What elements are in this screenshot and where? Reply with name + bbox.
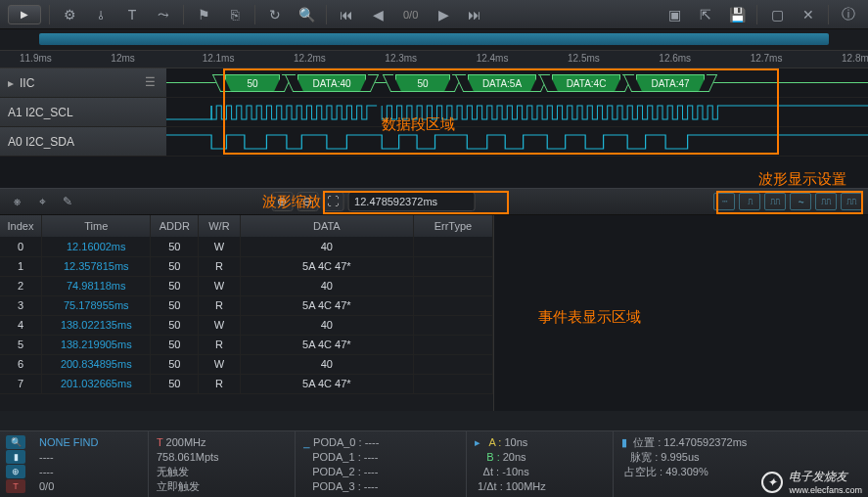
table-cell: 40	[240, 237, 413, 256]
decoded-packet[interactable]: 50	[225, 74, 280, 92]
table-cell: 4	[0, 315, 42, 335]
event-table: IndexTimeADDRW/RDATAErrType 012.16002ms5…	[0, 215, 493, 394]
ruler-tick: 12.8ms	[842, 53, 868, 64]
play-button[interactable]: ▶	[8, 5, 41, 24]
waveform-controls: ⎈ ⌖ ✎ ⊕ ⊖ ⛶ 12.478592372ms ┄ ⎍ ⎍⎍ ⏦ ⎍⎍ ⎍…	[0, 188, 868, 215]
channel-row-sda[interactable]: A0 I2C_SDA	[0, 127, 166, 157]
table-cell: 0	[0, 237, 42, 256]
zoom-out-button[interactable]: ⊖	[297, 192, 318, 211]
prev-step-icon[interactable]: ◀	[366, 3, 389, 26]
table-cell	[413, 276, 492, 295]
search-icon[interactable]: 🔍	[295, 3, 318, 26]
trigger-none: 无触发	[157, 465, 287, 479]
table-cell: R	[199, 295, 241, 315]
table-row[interactable]: 5138.219905ms50R5A 4C 47*	[0, 335, 493, 354]
window-icon[interactable]: ▢	[765, 3, 789, 26]
table-header[interactable]: DATA	[240, 215, 413, 237]
zoom-in-button[interactable]: ⊕	[271, 192, 293, 211]
table-cell: W	[199, 315, 241, 335]
table-cell: W	[199, 276, 241, 295]
table-header[interactable]: Index	[0, 215, 42, 237]
table-cell: R	[199, 256, 241, 276]
table-cell: 1	[0, 256, 42, 276]
cursor-icon[interactable]: ⤳	[152, 3, 175, 26]
text-tool-icon[interactable]: T	[120, 3, 144, 26]
next-icon[interactable]: ⏭	[463, 3, 486, 26]
table-row[interactable]: 274.98118ms50W40	[0, 276, 493, 295]
table-cell: R	[199, 374, 241, 393]
display-mode-2-icon[interactable]: ⎍	[739, 193, 760, 210]
decoded-packet[interactable]: DATA:5A	[468, 74, 536, 92]
table-cell: 50	[151, 335, 199, 354]
side-search-icon[interactable]: 🔍	[6, 435, 25, 449]
channel-settings-icon[interactable]: ☰	[145, 75, 160, 91]
poda3-label: PODA_3 :	[312, 480, 361, 492]
flag-icon[interactable]: ⚑	[192, 3, 215, 26]
display-mode-5-icon[interactable]: ⎍⎍	[815, 193, 837, 210]
table-header[interactable]: ADDR	[151, 215, 199, 237]
save-icon[interactable]: 💾	[725, 3, 749, 26]
decoded-packet[interactable]: DATA:4C	[552, 74, 620, 92]
channel-row-iic[interactable]: IIC ☰	[0, 68, 166, 98]
table-row[interactable]: 4138.022135ms50W40	[0, 315, 493, 335]
trigger-pts: 758.061Mpts	[157, 450, 287, 465]
table-row[interactable]: 012.16002ms50W40	[0, 237, 493, 256]
display-mode-4-icon[interactable]: ⏦	[790, 193, 811, 210]
side-marker-icon[interactable]: ▮	[6, 450, 25, 464]
table-cell: 12.357815ms	[42, 256, 151, 276]
display-mode-6-icon[interactable]: ⎍⎍	[841, 193, 862, 210]
waveform-area: IIC ☰ A1 I2C_SCL A0 I2C_SDA 50DATA:4050D…	[0, 68, 868, 188]
side-zoom-icon[interactable]: ⊕	[6, 465, 25, 478]
decoded-packet[interactable]: 50	[395, 74, 450, 92]
ruler-tick: 12.5ms	[568, 53, 600, 64]
export-icon[interactable]: ⇱	[694, 3, 717, 26]
display-mode-1-icon[interactable]: ┄	[713, 193, 735, 210]
gear-icon[interactable]: ⚙	[58, 3, 81, 26]
table-row[interactable]: 375.178955ms50R5A 4C 47*	[0, 295, 493, 315]
prev-icon[interactable]: ⏮	[335, 3, 358, 26]
decoded-packet[interactable]: DATA:47	[636, 74, 705, 92]
info-icon[interactable]: ⓘ	[837, 3, 860, 26]
side-trigger-icon[interactable]: T	[6, 479, 25, 493]
table-cell: 138.022135ms	[42, 315, 151, 335]
fullscreen-button[interactable]: ⛶	[322, 192, 343, 211]
table-cell: 74.98118ms	[42, 276, 151, 295]
table-cell: 200.834895ms	[42, 354, 151, 374]
settings-pencil-icon[interactable]: ✎	[57, 192, 78, 211]
play-icon: ▶	[21, 9, 28, 20]
table-cell: 50	[151, 237, 199, 256]
table-row[interactable]: 7201.032665ms50R5A 4C 47*	[0, 374, 493, 393]
table-cell	[413, 354, 492, 374]
trigger-rate: 200MHz	[166, 436, 206, 448]
refresh-icon[interactable]: ↻	[263, 3, 287, 26]
time-position-field[interactable]: 12.478592372ms	[347, 192, 475, 211]
poda2-label: PODA_2 :	[312, 466, 361, 477]
table-cell	[413, 335, 492, 354]
bracket-icon[interactable]: ⎘	[223, 3, 247, 26]
wave-canvas[interactable]: 50DATA:4050DATA:5ADATA:4CDATA:47	[166, 68, 868, 188]
table-header[interactable]: W/R	[199, 215, 241, 237]
tools-icon[interactable]: ✕	[797, 3, 820, 26]
marker-icon[interactable]: ⫰	[89, 3, 113, 26]
display-mode-3-icon[interactable]: ⎍⎍	[764, 193, 786, 210]
timeline-overview[interactable]	[0, 29, 868, 51]
decoded-packet[interactable]: DATA:40	[297, 74, 366, 92]
watermark-name: 电子发烧友	[789, 469, 862, 485]
ruler-tick: 12ms	[111, 53, 134, 64]
wave-row-decoded: 50DATA:4050DATA:5ADATA:4CDATA:47	[166, 68, 868, 98]
cursor-b-label: B :	[486, 451, 499, 463]
table-cell	[413, 374, 492, 393]
cursor-tool-icon[interactable]: ⌖	[31, 192, 53, 211]
table-row[interactable]: 6200.834895ms50W40	[0, 354, 493, 374]
ruler-tick: 12.2ms	[294, 53, 326, 64]
analyze-icon[interactable]: ⎈	[6, 192, 27, 211]
table-header[interactable]: Time	[42, 215, 151, 237]
table-row[interactable]: 112.357815ms50R5A 4C 47*	[0, 256, 493, 276]
find-zero: 0/0	[39, 479, 140, 494]
table-cell: 40	[240, 354, 413, 374]
table-cell: 50	[151, 256, 199, 276]
channel-row-scl[interactable]: A1 I2C_SCL	[0, 98, 166, 127]
next-step-icon[interactable]: ▶	[432, 3, 455, 26]
screenshot-icon[interactable]: ▣	[662, 3, 686, 26]
table-header[interactable]: ErrType	[413, 215, 492, 237]
